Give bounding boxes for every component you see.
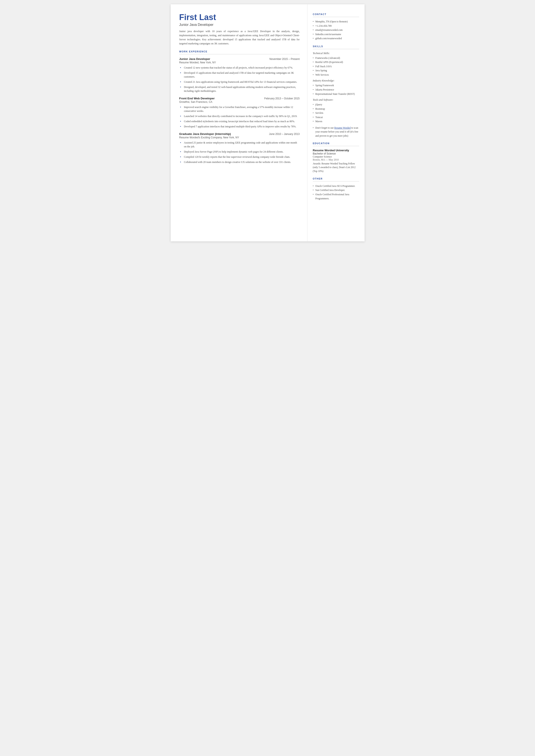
job-title-2: Front End Web Developer	[179, 97, 215, 100]
list-item: Bootstrap	[313, 107, 359, 111]
contact-divider	[313, 17, 359, 17]
job-block-3: Graduate Java Developer (Internship) Jun…	[179, 132, 300, 164]
industry-skills-list: Spring Framework Jakarta Persistence Rep…	[313, 83, 359, 96]
note-prefix: Don't forget to use	[316, 126, 334, 129]
technical-skills-label: Technical Skills:	[313, 52, 359, 55]
industry-skills-label: Industry Knowledge:	[313, 79, 359, 82]
work-experience-heading: WORK EXPERIENCE	[179, 50, 300, 53]
education-section: EDUCATION Resume Worded University Bache…	[313, 142, 359, 173]
contact-item-location: Memphis, TN (Open to Remote)	[313, 20, 359, 24]
technical-skills-list: Frameworks (Advanced) Restful APIS (Expe…	[313, 56, 359, 77]
job-bullets-2: Improved search engine visibility for a …	[179, 105, 300, 128]
job-bullets-3: Assisted 25 junior & senior employees in…	[179, 141, 300, 164]
list-item: Maven	[313, 119, 359, 124]
left-column: First Last Junior Java Developer Junior …	[171, 4, 307, 241]
edu-location: Boston, MA — May 2010	[313, 158, 359, 161]
job-company-3: Resume Worded's Exciting Company, New Yo…	[179, 136, 300, 139]
right-column: CONTACT Memphis, TN (Open to Remote) +1-…	[307, 4, 365, 241]
list-item: Developed 7 application interfaces that …	[180, 125, 300, 128]
list-item: Assisted 25 junior & senior employees in…	[180, 141, 300, 149]
skills-note: Don't forget to use Resume Worded to sca…	[313, 126, 359, 138]
job-block-1: Junior Java Developer November 2015 – Pr…	[179, 57, 300, 93]
job-block-2: Front End Web Developer February 2013 – …	[179, 97, 300, 128]
contact-section: CONTACT Memphis, TN (Open to Remote) +1-…	[313, 13, 359, 41]
list-item: Java Spring	[313, 69, 359, 73]
list-item: Representational State Transfer (REST)	[313, 92, 359, 96]
other-divider	[313, 181, 359, 182]
contact-heading: CONTACT	[313, 13, 359, 15]
list-item: Sun Certified Java Developer.	[313, 188, 359, 192]
resume-page: First Last Junior Java Developer Junior …	[171, 4, 365, 241]
other-list: Oracle Certified Java SE 6 Programmer. S…	[313, 184, 359, 201]
skills-heading: SKILLS	[313, 45, 359, 48]
job-bullets-1: Created 12 new systems that tracked the …	[179, 66, 300, 93]
edu-awards: Awards: Resume Worded Teaching Fellow (o…	[313, 162, 359, 173]
education-divider	[313, 146, 359, 146]
list-item: Collaborated with 20 team members to des…	[180, 160, 300, 164]
job-header-2: Front End Web Developer February 2013 – …	[179, 97, 300, 100]
list-item: Improved search engine visibility for a …	[180, 105, 300, 113]
list-item: Deployed Java Server Page (JSP) to help …	[180, 150, 300, 154]
list-item: Compiled 120 bi-weekly reports that the …	[180, 155, 300, 159]
job-dates-3: June 2010 – January 2013	[269, 132, 299, 136]
job-dates-1: November 2015 – Present	[269, 58, 299, 61]
contact-item-linkedin: linkedin.com/in/username	[313, 32, 359, 37]
other-section: OTHER Oracle Certified Java SE 6 Program…	[313, 177, 359, 201]
list-item: Oracle Certified Professional Java Progr…	[313, 192, 359, 201]
summary-text: Junior java developer with 10 years of e…	[179, 29, 300, 46]
list-item: Jakarta Persistence	[313, 88, 359, 92]
job-dates-2: February 2013 – October 2015	[264, 97, 299, 100]
list-item: Created 21 Java applications using Sprin…	[180, 80, 300, 84]
list-item: Developed 15 applications that tracked a…	[180, 71, 300, 79]
job-title: Junior Java Developer	[179, 23, 300, 27]
list-item: Spring Framework	[313, 83, 359, 88]
list-item: Coded embedded stylesheets into existing…	[180, 119, 300, 123]
other-heading: OTHER	[313, 177, 359, 180]
skills-section: SKILLS Technical Skills: Frameworks (Adv…	[313, 45, 359, 138]
contact-item-phone: +1-234-456-789	[313, 24, 359, 28]
list-item: Web Services	[313, 73, 359, 77]
full-name: First Last	[179, 13, 300, 22]
tools-skills-label: Tools and Software:	[313, 98, 359, 101]
edu-field: Computer Science	[313, 155, 359, 158]
job-title-3: Graduate Java Developer (Internship)	[179, 132, 231, 136]
list-item: jQuery	[313, 102, 359, 107]
contact-item-email: email@resumeworded.com	[313, 28, 359, 32]
list-item: Tomcat	[313, 115, 359, 120]
work-experience-divider	[179, 54, 300, 54]
edu-degree: Bachelor of Science	[313, 152, 359, 155]
job-company-1: Resume Worded, New York, NY	[179, 61, 300, 64]
job-company-2: Growthsi, San Francisco, CA	[179, 100, 300, 103]
list-item: Frameworks (Advanced)	[313, 56, 359, 60]
contact-list: Memphis, TN (Open to Remote) +1-234-456-…	[313, 20, 359, 41]
education-heading: EDUCATION	[313, 142, 359, 145]
contact-item-github: github.com/resumeworded	[313, 37, 359, 41]
list-item: Created 12 new systems that tracked the …	[180, 66, 300, 70]
resume-worded-link[interactable]: Resume Worded	[334, 126, 351, 129]
education-block: Resume Worded University Bachelor of Sci…	[313, 149, 359, 173]
list-item: Launched 14 websites that directly contr…	[180, 114, 300, 118]
list-item: Designed, developed, and tested 32 web-b…	[180, 85, 300, 93]
list-item: Restful APIS (Experienced)	[313, 60, 359, 65]
list-item: Oracle Certified Java SE 6 Programmer.	[313, 184, 359, 188]
edu-institution: Resume Worded University	[313, 149, 359, 152]
job-header-3: Graduate Java Developer (Internship) Jun…	[179, 132, 300, 136]
job-title-1: Junior Java Developer	[179, 57, 210, 61]
tools-skills-list: jQuery Bootstrap Servlets Tomcat Maven	[313, 102, 359, 124]
list-item: Full Stack JAVA	[313, 65, 359, 69]
job-header-1: Junior Java Developer November 2015 – Pr…	[179, 57, 300, 61]
list-item: Servlets	[313, 111, 359, 115]
